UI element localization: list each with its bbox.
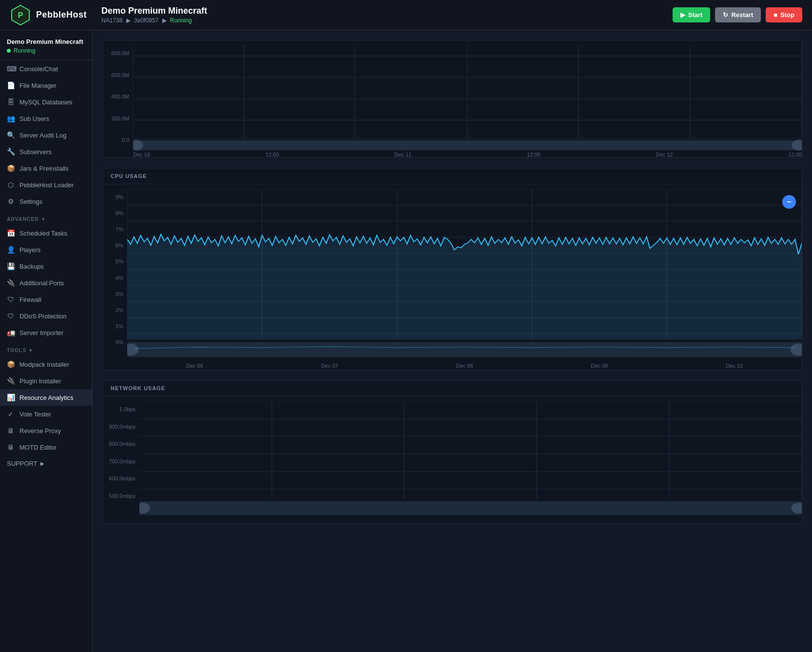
- memory-chart-body: 800.0M 600.0M 400.0M 200.0M 0.0: [103, 40, 802, 158]
- sidebar-item-label: PebbleHost Loader: [19, 181, 74, 189]
- sidebar-item-vote-tester[interactable]: ✓ Vote Tester: [0, 406, 92, 422]
- sidebar-item-additional-ports[interactable]: 🔌 Additional Ports: [0, 275, 92, 291]
- y-label: 4%: [107, 275, 123, 281]
- start-button[interactable]: ▶ Start: [673, 7, 711, 22]
- sidebar-item-jars[interactable]: 📦 Jars & Preinstalls: [0, 160, 92, 177]
- sidebar-item-firewall[interactable]: 🛡 Firewall: [0, 291, 92, 308]
- y-label: 3%: [107, 291, 123, 297]
- y-label: 6%: [107, 242, 123, 248]
- restart-label: Restart: [731, 11, 753, 19]
- network-chart-header: NETWORK USAGE: [103, 380, 802, 396]
- memory-chart-container: 800.0M 600.0M 400.0M 200.0M 0.0: [102, 40, 802, 158]
- sidebar-item-label: Players: [19, 246, 40, 254]
- y-label: 800.0M: [107, 50, 129, 56]
- users-icon: 👥: [7, 115, 15, 122]
- y-label: 700.0mbps: [107, 458, 135, 464]
- sidebar-item-settings[interactable]: ⚙ Settings: [0, 193, 92, 210]
- restart-button[interactable]: ↻ Restart: [715, 7, 761, 22]
- cpu-chart-svg: [127, 189, 802, 370]
- x-label: 12:00: [788, 152, 802, 158]
- sidebar-status-text: Running: [14, 47, 36, 54]
- svg-text:P: P: [18, 11, 23, 20]
- sidebar-item-filemanager[interactable]: 📄 File Manager: [0, 77, 92, 94]
- cpu-chart-body: 9% 8% 7% 6% 5% 4% 3% 2% 1% 0% −: [103, 184, 802, 370]
- x-label: Dec 10: [726, 363, 743, 369]
- plugin-icon: 🔌: [7, 377, 15, 385]
- main-layout: Demo Premium Minecraft Running ⌨ Console…: [0, 30, 812, 652]
- sidebar-item-label: Reverse Proxy: [19, 427, 61, 435]
- proxy-icon: 🖥: [7, 427, 15, 435]
- cpu-chart-container: CPU USAGE 9% 8% 7% 6% 5% 4% 3% 2% 1% 0% …: [102, 168, 802, 370]
- sidebar-item-label: Vote Tester: [19, 411, 51, 418]
- svg-rect-51: [139, 501, 802, 515]
- sidebar-item-backups[interactable]: 💾 Backups: [0, 258, 92, 275]
- subserver-icon: 🔧: [7, 148, 15, 156]
- x-label: Dec 08: [456, 363, 473, 369]
- sidebar-item-label: Jars & Preinstalls: [19, 165, 68, 172]
- sidebar-item-scheduled-tasks[interactable]: 📅 Scheduled Tasks: [0, 225, 92, 241]
- sidebar-item-modpack[interactable]: 📦 Modpack Installer: [0, 356, 92, 373]
- settings-icon: ⚙: [7, 198, 15, 205]
- sidebar-item-label: Backups: [19, 263, 44, 270]
- file-icon: 📄: [7, 81, 15, 89]
- sidebar: Demo Premium Minecraft Running ⌨ Console…: [0, 30, 93, 652]
- sidebar-item-label: Sub Users: [19, 115, 49, 122]
- x-label: 12:00: [266, 152, 279, 158]
- backup-icon: 💾: [7, 262, 15, 270]
- x-label: Dec 07: [321, 363, 338, 369]
- sidebar-item-label: DDoS Protection: [19, 313, 67, 320]
- network-chart-svg: [139, 401, 802, 523]
- sidebar-item-plugin[interactable]: 🔌 Plugin Installer: [0, 373, 92, 389]
- jars-icon: 📦: [7, 164, 15, 172]
- sidebar-item-label: Server Importer: [19, 329, 63, 336]
- x-label: Dec 11: [394, 152, 411, 158]
- network-chart-area: [139, 401, 802, 523]
- sidebar-item-subservers[interactable]: 🔧 Subservers: [0, 143, 92, 160]
- sidebar-item-players[interactable]: 👤 Players: [0, 241, 92, 258]
- sidebar-item-reverse-proxy[interactable]: 🖥 Reverse Proxy: [0, 422, 92, 439]
- sidebar-item-console[interactable]: ⌨ Console/Chat: [0, 60, 92, 77]
- ports-icon: 🔌: [7, 279, 15, 287]
- sidebar-item-auditlog[interactable]: 🔍 Server Audit Log: [0, 127, 92, 143]
- memory-x-axis: Dec 10 12:00 Dec 11 12:00 Dec 12 12:00: [133, 152, 802, 158]
- y-label: 400.0M: [107, 94, 129, 99]
- breadcrumb-id: NA1738: [101, 17, 122, 24]
- sidebar-section-advanced: ADVANCED ▾: [0, 210, 92, 225]
- sidebar-item-resource-analytics[interactable]: 📊 Resource Analytics: [0, 389, 92, 406]
- start-icon: ▶: [680, 11, 685, 19]
- sidebar-item-label: Modpack Installer: [19, 361, 69, 368]
- sidebar-server-name: Demo Premium Minecraft: [7, 38, 85, 45]
- x-label: Dec 12: [656, 152, 673, 158]
- zoom-button[interactable]: −: [782, 195, 796, 209]
- memory-chart-area: Dec 10 12:00 Dec 11 12:00 Dec 12 12:00: [133, 45, 802, 158]
- y-label: 2%: [107, 307, 123, 313]
- y-label: 1.0bps: [107, 406, 135, 412]
- sidebar-support[interactable]: SUPPORT ▶: [0, 455, 92, 472]
- sidebar-server-info: Demo Premium Minecraft Running: [0, 30, 92, 60]
- sidebar-item-subusers[interactable]: 👥 Sub Users: [0, 110, 92, 127]
- y-label: 0.0: [107, 137, 129, 143]
- sidebar-item-pebbleloader[interactable]: ⬡ PebbleHost Loader: [0, 177, 92, 193]
- y-label: 500.0mbps: [107, 493, 135, 499]
- modpack-icon: 📦: [7, 360, 15, 368]
- y-label: 8%: [107, 210, 123, 216]
- sidebar-item-mysql[interactable]: 🗄 MySQL Databases: [0, 94, 92, 110]
- sidebar-item-ddos[interactable]: 🛡 DDoS Protection: [0, 308, 92, 324]
- database-icon: 🗄: [7, 98, 15, 106]
- firewall-icon: 🛡: [7, 296, 15, 303]
- importer-icon: 🚛: [7, 329, 15, 336]
- stop-icon: ■: [773, 11, 777, 19]
- sidebar-item-motd[interactable]: 🖥 MOTD Editor: [0, 439, 92, 455]
- x-label: 12:00: [527, 152, 541, 158]
- sidebar-item-label: Resource Analytics: [19, 394, 74, 401]
- stop-button[interactable]: ■ Stop: [766, 7, 802, 22]
- network-chart-container: NETWORK USAGE 1.0bps 900.0mbps 800.0mbps…: [102, 380, 802, 524]
- ddos-icon: 🛡: [7, 312, 15, 320]
- logo-text: PebbleHost: [36, 10, 87, 20]
- sidebar-nav-main: ⌨ Console/Chat 📄 File Manager 🗄 MySQL Da…: [0, 60, 92, 210]
- sidebar-item-server-importer[interactable]: 🚛 Server Importer: [0, 324, 92, 341]
- network-y-axis: 1.0bps 900.0mbps 800.0mbps 700.0mbps 600…: [103, 401, 139, 523]
- vote-icon: ✓: [7, 410, 15, 418]
- sidebar-item-label: Subservers: [19, 148, 52, 156]
- y-label: 0%: [107, 339, 123, 345]
